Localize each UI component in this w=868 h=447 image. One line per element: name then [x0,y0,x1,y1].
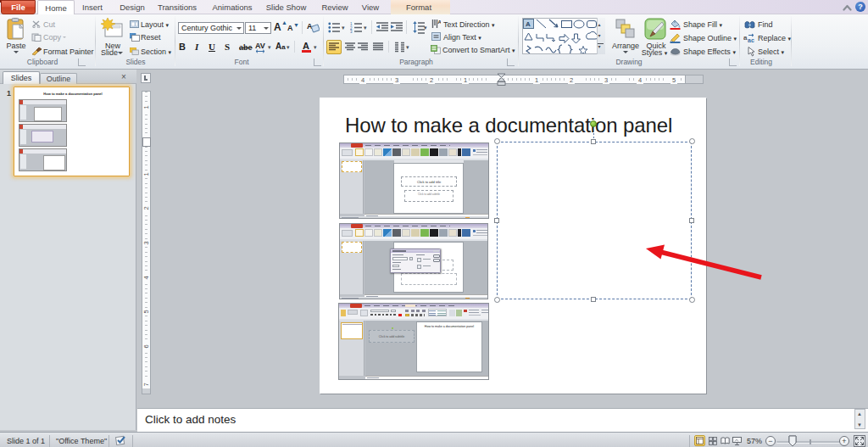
svg-text:A: A [438,20,442,25]
svg-text:3: 3 [350,30,353,33]
svg-text:ac: ac [748,37,754,43]
svg-text:A: A [526,20,531,28]
